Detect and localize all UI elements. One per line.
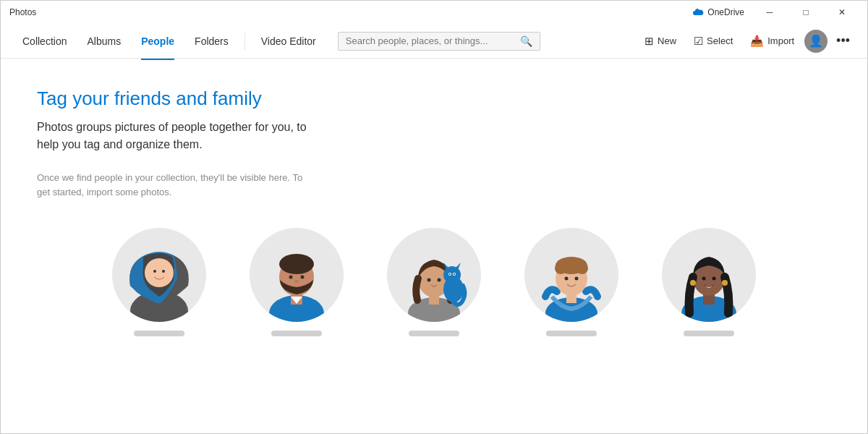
- nav-item-collection[interactable]: Collection: [12, 33, 77, 50]
- onedrive-button[interactable]: OneDrive: [692, 7, 744, 17]
- select-icon: ☑: [694, 35, 703, 48]
- svg-point-11: [294, 280, 299, 283]
- new-icon: ⊞: [644, 35, 654, 48]
- avatar-item-4: [524, 228, 618, 336]
- svg-point-9: [289, 276, 293, 279]
- nav-item-people[interactable]: People: [131, 33, 184, 50]
- titlebar-controls: OneDrive ─ □ ✕: [692, 1, 859, 24]
- svg-marker-20: [455, 263, 461, 270]
- avatar-boy-svg: [524, 228, 618, 322]
- avatar-label-4: [546, 331, 597, 336]
- svg-point-2: [145, 258, 174, 287]
- more-button[interactable]: •••: [830, 30, 856, 52]
- avatar-item-2: [250, 228, 344, 336]
- svg-point-4: [162, 270, 165, 273]
- svg-point-34: [575, 277, 579, 281]
- search-icon: 🔍: [520, 35, 532, 47]
- svg-point-23: [449, 273, 451, 275]
- avatar-circle-2: [250, 228, 344, 322]
- avatar-woman-svg: [662, 228, 756, 322]
- svg-point-3: [153, 270, 156, 273]
- avatar-circle-3: [387, 228, 481, 322]
- new-button[interactable]: ⊞ New: [637, 31, 684, 51]
- import-icon: 📥: [750, 35, 764, 48]
- avatars-row: [37, 228, 831, 336]
- cloud-icon: [692, 8, 704, 17]
- avatar-bearded-svg: [250, 228, 344, 322]
- select-button[interactable]: ☑ Select: [686, 31, 740, 51]
- account-icon: 👤: [809, 34, 823, 48]
- titlebar: Photos OneDrive ─ □ ✕: [1, 1, 867, 24]
- nav-divider: [244, 33, 245, 50]
- main-description: Photos groups pictures of people togethe…: [37, 119, 312, 153]
- avatar-item-3: [387, 228, 481, 336]
- svg-point-41: [712, 277, 716, 281]
- svg-point-10: [301, 276, 305, 279]
- search-bar[interactable]: 🔍: [338, 32, 540, 51]
- avatar-circle-1: [112, 228, 206, 322]
- app-title: Photos: [9, 7, 36, 17]
- account-button[interactable]: 👤: [804, 30, 827, 53]
- svg-point-8: [279, 254, 314, 274]
- navbar: Collection Albums People Folders Video E…: [1, 24, 867, 59]
- avatar-cat-svg: [387, 228, 481, 322]
- avatar-label-3: [409, 331, 459, 336]
- sub-description: Once we find people in your collection, …: [37, 171, 312, 199]
- svg-point-33: [565, 277, 569, 281]
- nav-item-video-editor[interactable]: Video Editor: [251, 33, 326, 50]
- toolbar-right: ⊞ New ☑ Select 📥 Import 👤 •••: [637, 30, 856, 53]
- avatar-item-5: [662, 228, 756, 336]
- minimize-button[interactable]: ─: [753, 1, 786, 24]
- nav-item-folders[interactable]: Folders: [184, 33, 239, 50]
- nav-items: Collection Albums People Folders Video E…: [12, 33, 326, 50]
- avatar-circle-5: [662, 228, 756, 322]
- svg-point-40: [702, 277, 706, 281]
- svg-point-24: [454, 273, 455, 275]
- svg-point-38: [690, 280, 696, 286]
- svg-point-16: [438, 278, 441, 282]
- svg-point-15: [427, 278, 431, 282]
- search-input[interactable]: [346, 35, 520, 46]
- import-button[interactable]: 📥 Import: [743, 31, 801, 51]
- avatar-hijab-svg: [112, 228, 206, 322]
- avatar-label-2: [271, 331, 322, 336]
- close-button[interactable]: ✕: [825, 1, 859, 24]
- avatar-item-1: [112, 228, 206, 336]
- nav-item-albums[interactable]: Albums: [77, 33, 131, 50]
- avatar-circle-4: [524, 228, 618, 322]
- svg-point-32: [569, 258, 581, 270]
- avatar-label-5: [684, 331, 734, 336]
- maximize-button[interactable]: □: [789, 1, 822, 24]
- svg-point-39: [722, 280, 728, 286]
- main-content: Tag your friends and family Photos group…: [1, 59, 867, 351]
- avatar-label-1: [134, 331, 184, 336]
- main-heading: Tag your friends and family: [37, 88, 831, 110]
